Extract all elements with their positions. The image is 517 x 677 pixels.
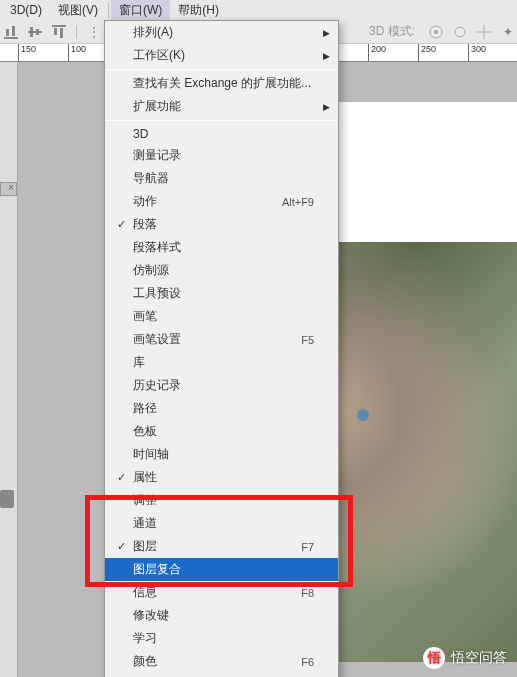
menu-shortcut: F7 xyxy=(301,541,314,553)
menu-item[interactable]: ✓段落 xyxy=(105,213,338,236)
svg-rect-2 xyxy=(12,26,15,36)
svg-rect-6 xyxy=(52,25,66,27)
svg-rect-0 xyxy=(4,37,18,39)
scale-icon[interactable]: ✦ xyxy=(499,23,517,41)
checkmark-icon: ✓ xyxy=(113,218,129,231)
menu-item-label: 导航器 xyxy=(129,170,314,187)
menu-item-label: 测量记录 xyxy=(129,147,314,164)
menu-item[interactable]: 3D xyxy=(105,123,338,144)
svg-rect-5 xyxy=(36,29,39,35)
menu-item[interactable]: 段落样式 xyxy=(105,236,338,259)
distribute-icon[interactable]: ⋮ xyxy=(85,23,103,41)
menu-item-label: 图层复合 xyxy=(129,561,314,578)
svg-rect-7 xyxy=(54,28,57,35)
submenu-arrow-icon: ▶ xyxy=(323,28,330,38)
menu-item-label: 颜色 xyxy=(129,653,301,670)
submenu-arrow-icon: ▶ xyxy=(323,51,330,61)
svg-rect-4 xyxy=(30,27,33,37)
align-top-icon[interactable] xyxy=(50,23,68,41)
menu-item[interactable]: 画笔设置F5 xyxy=(105,328,338,351)
menu-item-label: 学习 xyxy=(129,630,314,647)
watermark: 悟 悟空问答 xyxy=(423,647,507,669)
menu-item-label: 工作区(K) xyxy=(129,47,314,64)
ruler-tick: 300 xyxy=(468,44,517,61)
menu-item[interactable]: 路径 xyxy=(105,397,338,420)
menu-item[interactable]: ✓图层F7 xyxy=(105,535,338,558)
menu-item[interactable]: 排列(A)▶ xyxy=(105,21,338,44)
menu-shortcut: Alt+F9 xyxy=(282,196,314,208)
menu-item-label: 属性 xyxy=(129,469,314,486)
checkmark-icon: ✓ xyxy=(113,471,129,484)
menu-item[interactable]: 历史记录 xyxy=(105,374,338,397)
menu-item-label: 动作 xyxy=(129,193,282,210)
menu-item[interactable]: 修改键 xyxy=(105,604,338,627)
menu-item[interactable]: 信息F8 xyxy=(105,581,338,604)
menu-item-label: 查找有关 Exchange 的扩展功能... xyxy=(129,75,314,92)
menu-view[interactable]: 视图(V) xyxy=(50,0,106,21)
menu-item[interactable]: 工具预设 xyxy=(105,282,338,305)
menu-window[interactable]: 窗口(W) xyxy=(111,0,170,21)
menu-item[interactable]: 测量记录 xyxy=(105,144,338,167)
svg-point-10 xyxy=(434,30,438,34)
menu-help[interactable]: 帮助(H) xyxy=(170,0,227,21)
menu-item[interactable]: 色板 xyxy=(105,420,338,443)
collapsed-panel-tab[interactable] xyxy=(0,182,17,196)
menu-shortcut: F6 xyxy=(301,656,314,668)
menu-item-label: 修改键 xyxy=(129,607,314,624)
menu-item-label: 段落样式 xyxy=(129,239,314,256)
menu-item-label: 通道 xyxy=(129,515,314,532)
checkmark-icon: ✓ xyxy=(113,540,129,553)
menu-item-label: 历史记录 xyxy=(129,377,314,394)
menu-item-label: 时间轴 xyxy=(129,446,314,463)
menu-item-label: 画笔 xyxy=(129,308,314,325)
ruler-tick: 250 xyxy=(418,44,468,61)
menu-item[interactable]: 调整 xyxy=(105,489,338,512)
menubar: 3D(D) 视图(V) 窗口(W) 帮助(H) xyxy=(0,0,517,20)
menu-item-label: 路径 xyxy=(129,400,314,417)
menu-item-label: 排列(A) xyxy=(129,24,314,41)
menu-item[interactable]: 样式 xyxy=(105,673,338,677)
menu-item[interactable]: 动作Alt+F9 xyxy=(105,190,338,213)
menu-item-label: 信息 xyxy=(129,584,301,601)
side-handle[interactable] xyxy=(0,490,14,508)
orbit-icon[interactable] xyxy=(427,23,445,41)
left-panel xyxy=(0,62,18,677)
menu-item-label: 扩展功能 xyxy=(129,98,314,115)
menu-item[interactable]: 工作区(K)▶ xyxy=(105,44,338,67)
menu-item[interactable]: 图层复合 xyxy=(105,558,338,581)
menu-separator xyxy=(106,69,337,70)
menu-item-label: 3D xyxy=(129,127,314,141)
menu-shortcut: F8 xyxy=(301,587,314,599)
menu-item[interactable]: 画笔 xyxy=(105,305,338,328)
watermark-text: 悟空问答 xyxy=(451,649,507,667)
menu-item[interactable]: 扩展功能▶ xyxy=(105,95,338,118)
menu-item-label: 画笔设置 xyxy=(129,331,301,348)
menubar-separator xyxy=(108,3,109,17)
menu-item[interactable]: 查找有关 Exchange 的扩展功能... xyxy=(105,72,338,95)
align-middle-icon[interactable] xyxy=(26,23,44,41)
menu-item-label: 色板 xyxy=(129,423,314,440)
mode-label: 3D 模式: xyxy=(363,23,421,40)
menu-item[interactable]: 导航器 xyxy=(105,167,338,190)
menu-item[interactable]: 仿制源 xyxy=(105,259,338,282)
align-bottom-icon[interactable] xyxy=(2,23,20,41)
ruler-tick: 200 xyxy=(368,44,418,61)
menu-item-label: 段落 xyxy=(129,216,314,233)
pan-icon[interactable] xyxy=(451,23,469,41)
menu-item[interactable]: 通道 xyxy=(105,512,338,535)
move-icon[interactable] xyxy=(475,23,493,41)
submenu-arrow-icon: ▶ xyxy=(323,102,330,112)
menu-item-label: 仿制源 xyxy=(129,262,314,279)
menu-item-label: 库 xyxy=(129,354,314,371)
menu-item-label: 图层 xyxy=(129,538,301,555)
menu-item[interactable]: ✓属性 xyxy=(105,466,338,489)
watermark-logo-icon: 悟 xyxy=(423,647,445,669)
window-menu-dropdown: 排列(A)▶工作区(K)▶查找有关 Exchange 的扩展功能...扩展功能▶… xyxy=(104,20,339,677)
menu-item[interactable]: 学习 xyxy=(105,627,338,650)
menu-item[interactable]: 颜色F6 xyxy=(105,650,338,673)
toolbar-separator xyxy=(76,25,77,39)
menu-3d[interactable]: 3D(D) xyxy=(2,1,50,19)
menu-item[interactable]: 时间轴 xyxy=(105,443,338,466)
menu-item[interactable]: 库 xyxy=(105,351,338,374)
svg-point-11 xyxy=(455,27,465,37)
